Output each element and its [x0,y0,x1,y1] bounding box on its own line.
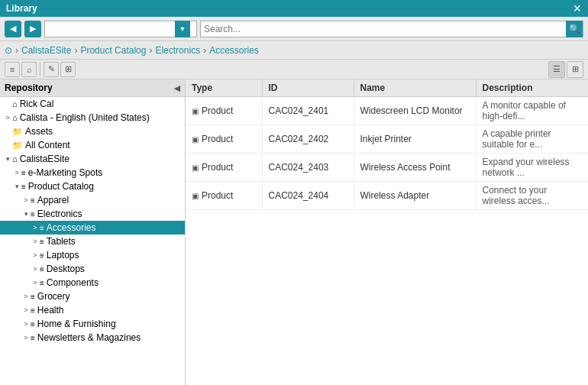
tree-label-newsletters: Newsletters & Magazines [37,332,141,343]
search-input[interactable] [201,24,566,34]
sidebar-item-grocery[interactable]: >≡Grocery [0,290,185,303]
sidebar-item-components[interactable]: >≡Components [0,276,185,290]
tree-label-calista-esite: CalistaESite [20,154,69,164]
tree-icon-apparel: ≡ [31,196,35,205]
tree-icon-grocery: ≡ [31,293,35,301]
cell-type-1: ▣Product [186,125,262,154]
sidebar-item-calista-esite[interactable]: ▾⌂CalistaESite [0,152,185,166]
tree-icon-rick-cal: ⌂ [12,99,18,108]
expand-icon-accessories: > [31,224,40,231]
table-header-row: Type ID Name Description [186,79,588,97]
sidebar-item-laptops[interactable]: >≡Laptops [0,248,185,262]
sidebar-item-health[interactable]: >≡Health [0,303,185,317]
col-description[interactable]: Description [476,79,588,97]
expand-icon-product-catalog: ▾ [12,183,21,190]
sidebar-item-desktops[interactable]: >≡Desktops [0,262,185,276]
sidebar-item-apparel[interactable]: >≡Apparel [0,193,185,207]
expand-icon-calista-english: > [3,114,12,121]
search2-icon-button[interactable]: ⌕ [21,62,37,77]
col-type[interactable]: Type [186,79,262,97]
sidebar-item-product-catalog[interactable]: ▾≡Product Catalog [0,180,185,193]
edit-button[interactable]: ✎ [44,62,59,77]
type-icon-0: ▣ [192,107,199,115]
tree-icon-calista-esite: ⌂ [12,154,18,163]
tree-label-accessories: Accessories [47,222,96,233]
expand-icon-laptops: > [31,251,40,259]
sidebar-header: Repository ◀ [0,79,185,97]
table-body: ▣ProductCAC024_2401Widescreen LCD Monito… [186,97,588,210]
table-row[interactable]: ▣ProductCAC024_2403Wireless Access Point… [186,154,588,182]
type-icon-3: ▣ [192,192,199,200]
sidebar: Repository ◀ ⌂Rick Cal>⌂Calista - Englis… [0,79,186,385]
sidebar-item-home-furnishing[interactable]: >≡Home & Furnishing [0,317,185,331]
properties-button[interactable]: ⊞ [60,62,76,77]
tree-icon-home-furnishing: ≡ [31,320,35,328]
sidebar-item-electronics[interactable]: ▾≡Electronics [0,207,185,221]
table-row[interactable]: ▣ProductCAC024_2404Wireless AdapterConne… [186,182,588,210]
tree-label-electronics: Electronics [37,209,82,219]
forward-button[interactable]: ▶ [24,21,41,37]
view-toggle: ☰ ⊞ [548,61,583,78]
cell-description-0: A monitor capable of high-defi... [476,97,588,125]
tree-label-all-content: All Content [25,140,70,150]
breadcrumb-product-catalog[interactable]: Product Catalog [80,45,146,56]
sidebar-item-calista-english[interactable]: >⌂Calista - English (United States) [0,111,185,125]
tree-label-tablets: Tablets [47,236,76,247]
sidebar-item-accessories[interactable]: >≡Accessories [0,221,185,235]
action-bar: ≡ ⌕ ✎ ⊞ ☰ ⊞ [0,60,588,79]
tree-icon-laptops: ≡ [40,251,44,260]
cell-description-1: A capable printer suitable for e... [476,125,588,154]
search-button[interactable]: 🔍 [566,21,583,37]
sidebar-item-assets[interactable]: 📁Assets [0,125,185,138]
tree-container: ⌂Rick Cal>⌂Calista - English (United Sta… [0,97,185,345]
divider [40,63,40,76]
cell-type-2: ▣Product [186,154,262,182]
back-button[interactable]: ◀ [5,21,21,37]
table-row[interactable]: ▣ProductCAC024_2402Inkjet PrinterA capab… [186,125,588,154]
col-id[interactable]: ID [262,79,354,97]
grid-view-button[interactable]: ⊞ [567,61,583,78]
sidebar-item-newsletters[interactable]: >≡Newsletters & Magazines [0,331,185,345]
tree-label-home-furnishing: Home & Furnishing [37,319,116,329]
breadcrumb-sep-3: › [203,45,206,56]
cell-name-3: Wireless Adapter [354,182,476,210]
breadcrumb-calista-esite[interactable]: CalistaESite [21,45,71,56]
window-title: Library [6,3,37,14]
sidebar-item-rick-cal[interactable]: ⌂Rick Cal [0,97,185,111]
expand-icon-desktops: > [31,265,40,273]
expand-icon-tablets: > [31,238,40,245]
cell-id-0: CAC024_2401 [262,97,354,125]
sidebar-item-all-content[interactable]: 📁All Content [0,138,185,152]
tree-label-rick-cal: Rick Cal [20,99,54,109]
repository-label: Repository [5,82,53,93]
close-button[interactable]: ✕ [573,2,582,15]
tree-icon-health: ≡ [31,306,35,315]
table-row[interactable]: ▣ProductCAC024_2401Widescreen LCD Monito… [186,97,588,125]
breadcrumb-accessories[interactable]: Accessories [209,45,259,56]
breadcrumb-electronics[interactable]: Electronics [155,45,200,56]
expand-icon-emarketing: > [12,169,21,176]
cell-name-2: Wireless Access Point [354,154,476,182]
list-icon-button[interactable]: ≡ [5,62,20,77]
sidebar-item-emarketing[interactable]: >≡e-Marketing Spots [0,166,185,180]
type-icon-1: ▣ [192,135,199,144]
tree-icon-electronics: ≡ [31,210,35,218]
list-view-button[interactable]: ☰ [548,61,565,78]
cell-description-3: Connect to your wireless acces... [476,182,588,210]
tree-label-emarketing: e-Marketing Spots [28,167,102,178]
col-name[interactable]: Name [354,79,476,97]
sidebar-item-tablets[interactable]: >≡Tablets [0,235,185,248]
cell-id-3: CAC024_2404 [262,182,354,210]
type-input[interactable]: Product [45,24,175,34]
breadcrumb-sep-1: › [74,45,77,56]
tree-label-laptops: Laptops [47,250,79,260]
tree-icon-emarketing: ≡ [21,169,26,177]
dropdown-arrow-icon[interactable]: ▼ [175,21,190,37]
type-icon-2: ▣ [192,163,199,172]
content-table: Type ID Name Description ▣ProductCAC024_… [186,79,588,210]
type-dropdown[interactable]: Product ▼ [44,21,197,37]
tree-label-apparel: Apparel [37,195,69,205]
expand-icon-apparel: > [21,196,31,204]
sidebar-collapse-button[interactable]: ◀ [174,84,180,92]
expand-icon-health: > [21,306,31,314]
